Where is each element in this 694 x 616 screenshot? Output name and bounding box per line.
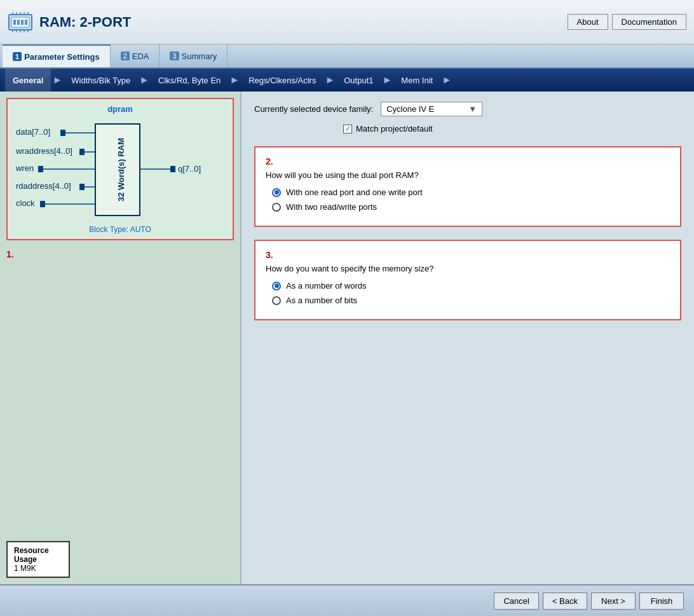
question3-option2[interactable]: As a number of bits [266, 296, 670, 305]
question2-option1-label: With one read port and one write port [286, 188, 423, 197]
svg-rect-24 [170, 166, 175, 172]
svg-rect-17 [79, 184, 85, 190]
tab-parameter-settings[interactable]: 1 Parameter Settings [3, 44, 111, 67]
question3-radio2[interactable] [272, 296, 281, 305]
nav-clks[interactable]: Clks/Rd, Byte En [151, 69, 228, 92]
svg-text:clock: clock [16, 198, 35, 208]
svg-rect-8 [60, 130, 65, 136]
tab1-label: Parameter Settings [24, 52, 100, 62]
nav-regs[interactable]: Regs/Clkens/Aclrs [241, 69, 323, 92]
nav-arrow-4: ► [325, 74, 335, 86]
question3-radio1[interactable] [272, 282, 281, 291]
device-label: Currently selected device family: [254, 104, 373, 114]
page-title: RAM: 2-PORT [39, 14, 131, 31]
match-row: Match project/default [254, 124, 681, 133]
svg-text:wren: wren [15, 163, 34, 173]
left-panel: dpram data[7..0] wraddress[4..0] wren rd… [0, 92, 242, 584]
tab2-label: EDA [132, 51, 149, 61]
svg-text:32 Word(s) RAM: 32 Word(s) RAM [116, 138, 126, 202]
svg-rect-2 [13, 20, 16, 25]
question3-option2-label: As a number of bits [286, 296, 357, 305]
nav-general[interactable]: General [5, 69, 51, 92]
svg-text:q[7..0]: q[7..0] [178, 164, 201, 174]
tab2-number: 2 [121, 51, 130, 60]
tab1-number: 1 [13, 52, 22, 61]
svg-rect-14 [38, 166, 43, 172]
svg-text:wraddress[4..0]: wraddress[4..0] [15, 146, 72, 156]
resource-value: 1 M9K [14, 564, 62, 573]
tab3-label: Summary [182, 51, 217, 61]
right-panel: Currently selected device family: Cyclon… [242, 92, 694, 584]
block-type: Block Type: AUTO [13, 225, 228, 234]
device-select[interactable]: Cyclone IV E ▼ [381, 102, 482, 116]
resource-box: Resource Usage 1 M9K [6, 541, 70, 578]
match-label: Match project/default [356, 124, 433, 133]
title-left: RAM: 2-PORT [8, 10, 131, 35]
main-content: dpram data[7..0] wraddress[4..0] wren rd… [0, 92, 694, 584]
back-button[interactable]: < Back [543, 592, 587, 610]
nav-bar: General ► Widths/Blk Type ► Clks/Rd, Byt… [0, 69, 694, 92]
nav-output1[interactable]: Output1 [336, 69, 381, 92]
question2-option2-label: With two read/write ports [286, 202, 377, 212]
tab-eda[interactable]: 2 EDA [111, 44, 160, 67]
svg-rect-5 [25, 20, 27, 25]
ram-icon [8, 10, 33, 35]
question2-radio1[interactable] [272, 188, 281, 197]
resource-title: Resource Usage [14, 546, 62, 564]
question3-box: 3. How do you want to specify the memory… [254, 240, 681, 320]
title-buttons: About Documentation [568, 14, 686, 30]
question3-text: How do you want to specify the memory si… [266, 264, 670, 273]
svg-rect-3 [17, 20, 20, 25]
next-button[interactable]: Next > [591, 592, 636, 610]
label-1: 1. [6, 249, 234, 259]
question2-box: 2. How will you be using the dual port R… [254, 146, 681, 227]
diagram-box: dpram data[7..0] wraddress[4..0] wren rd… [6, 98, 234, 240]
match-checkbox[interactable] [343, 125, 352, 133]
diagram-svg: data[7..0] wraddress[4..0] wren rdaddres… [13, 119, 229, 221]
question2-number: 2. [266, 156, 670, 167]
question3-number: 3. [266, 250, 670, 260]
question2-option2[interactable]: With two read/write ports [266, 202, 670, 212]
question2-radio2[interactable] [272, 203, 281, 212]
svg-rect-4 [21, 20, 24, 25]
nav-mem-init[interactable]: Mem Init [393, 69, 440, 92]
svg-rect-20 [40, 201, 45, 207]
cancel-button[interactable]: Cancel [494, 592, 538, 610]
svg-text:rdaddress[4..0]: rdaddress[4..0] [16, 181, 71, 191]
svg-rect-11 [79, 149, 85, 155]
question3-option1[interactable]: As a number of words [266, 281, 670, 291]
tab-summary[interactable]: 3 Summary [160, 44, 228, 67]
nav-arrow-5: ► [383, 74, 393, 86]
nav-widths[interactable]: Widths/Blk Type [64, 69, 138, 92]
documentation-button[interactable]: Documentation [612, 14, 686, 30]
device-row: Currently selected device family: Cyclon… [254, 102, 681, 116]
tabs-bar: 1 Parameter Settings 2 EDA 3 Summary [0, 44, 694, 69]
bottom-bar: Cancel < Back Next > Finish [0, 584, 694, 616]
question3-option1-label: As a number of words [286, 281, 366, 291]
nav-arrow-3: ► [229, 74, 240, 86]
svg-text:data[7..0]: data[7..0] [16, 127, 50, 137]
tab3-number: 3 [170, 51, 179, 60]
finish-button[interactable]: Finish [639, 592, 684, 610]
question2-option1[interactable]: With one read port and one write port [266, 188, 670, 197]
device-value: Cyclone IV E [386, 104, 434, 114]
nav-arrow-6: ► [442, 74, 452, 86]
nav-arrow-2: ► [139, 74, 149, 86]
question2-text: How will you be using the dual port RAM? [266, 170, 670, 180]
about-button[interactable]: About [568, 14, 608, 30]
chevron-down-icon: ▼ [468, 104, 477, 114]
nav-arrow-1: ► [52, 74, 62, 86]
diagram-title: dpram [13, 104, 228, 114]
title-bar: RAM: 2-PORT About Documentation [0, 0, 694, 44]
